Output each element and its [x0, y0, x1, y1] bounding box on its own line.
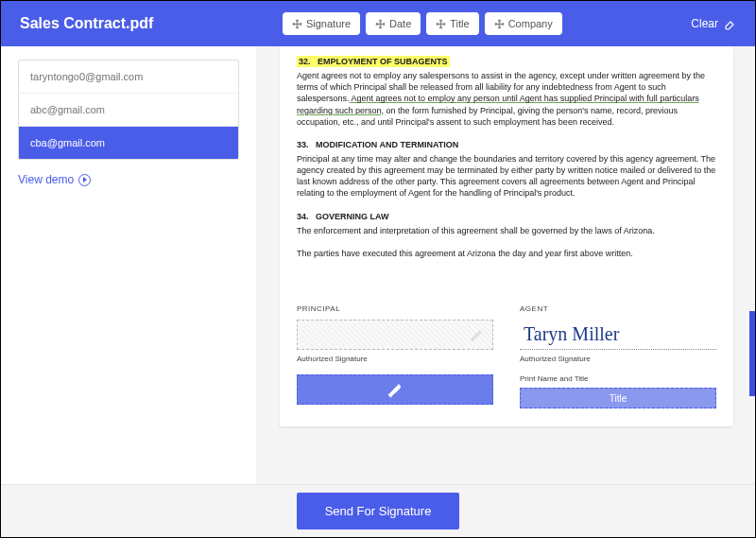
principal-label: PRINCIPAL	[297, 304, 493, 315]
pill-company[interactable]: Company	[485, 12, 562, 35]
move-icon	[292, 19, 302, 29]
clear-label: Clear	[691, 17, 718, 30]
agent-signature: Taryn Miller	[520, 320, 716, 350]
authorized-label: Authorized Signature	[520, 355, 716, 365]
principal-signature-box[interactable]	[297, 320, 493, 350]
pill-label: Date	[389, 18, 411, 29]
footer: Send For Signature	[1, 484, 755, 537]
view-demo-link[interactable]: View demo	[18, 173, 239, 186]
section-heading-33: 33. MODIFICATION AND TERMINATION	[297, 139, 716, 150]
section-34-body1: The enforcement and interpretation of th…	[297, 225, 716, 236]
pill-date[interactable]: Date	[366, 12, 421, 35]
app-header: Sales Contract.pdf Signature Date Title …	[1, 1, 755, 46]
section-33-body: Principal at any time may alter and chan…	[297, 153, 716, 200]
recipient-item[interactable]: taryntongo0@gmail.com	[19, 61, 238, 94]
pill-title[interactable]: Title	[426, 12, 478, 35]
recipient-item[interactable]: abc@gmail.com	[19, 94, 238, 127]
sidebar: taryntongo0@gmail.com abc@gmail.com cba@…	[1, 46, 256, 484]
field-pills: Signature Date Title Company	[153, 12, 691, 35]
body: taryntongo0@gmail.com abc@gmail.com cba@…	[1, 46, 755, 484]
pill-signature[interactable]: Signature	[283, 12, 360, 35]
eraser-icon	[723, 17, 736, 30]
section-heading-34: 34. GOVERNING LAW	[297, 211, 716, 222]
send-for-signature-button[interactable]: Send For Signature	[297, 493, 460, 529]
principal-auth-signature-box[interactable]	[297, 374, 493, 405]
move-icon	[375, 19, 386, 29]
scroll-indicator	[749, 311, 755, 396]
document-page: 32. EMPLOYMENT OF SUBAGENTS Agent agrees…	[280, 46, 733, 426]
section-heading-32: 32. EMPLOYMENT OF SUBAGENTS	[297, 56, 450, 67]
agent-label: AGENT	[520, 304, 716, 315]
agent-column: AGENT Taryn Miller Authorized Signature …	[520, 304, 716, 409]
document-title: Sales Contract.pdf	[20, 15, 153, 32]
section-34-body2: The parties have executed this agreement…	[297, 248, 716, 259]
agent-title-box[interactable]: Title	[520, 388, 716, 408]
move-icon	[436, 19, 446, 29]
pen-icon	[386, 380, 404, 399]
signature-area: PRINCIPAL Authorized Signature AGENT Tar…	[297, 304, 716, 409]
pen-icon	[468, 326, 485, 343]
pill-label: Company	[508, 18, 553, 29]
clear-button[interactable]: Clear	[691, 17, 736, 30]
view-demo-label: View demo	[18, 173, 74, 186]
pill-label: Title	[450, 18, 469, 29]
move-icon	[494, 19, 505, 29]
print-name-label: Print Name and Title	[520, 374, 716, 385]
section-32-body: Agent agrees not to employ any salespers…	[297, 70, 716, 128]
recipient-list: taryntongo0@gmail.com abc@gmail.com cba@…	[18, 60, 239, 160]
principal-column: PRINCIPAL Authorized Signature	[297, 304, 493, 409]
play-icon	[78, 174, 91, 186]
pill-label: Signature	[306, 18, 351, 29]
recipient-item-active[interactable]: cba@gmail.com	[19, 127, 238, 159]
authorized-label: Authorized Signature	[297, 355, 493, 365]
document-viewport[interactable]: 32. EMPLOYMENT OF SUBAGENTS Agent agrees…	[256, 46, 755, 484]
